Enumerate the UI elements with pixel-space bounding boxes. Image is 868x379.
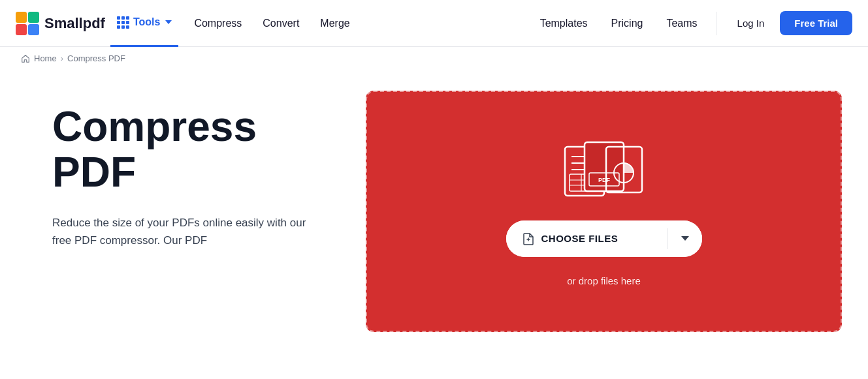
drop-hint: or drop files here (567, 275, 641, 286)
breadcrumb-separator: › (61, 53, 63, 63)
chevron-down-icon (681, 236, 689, 241)
nav-pricing[interactable]: Pricing (601, 0, 654, 47)
pdf-files-icon: PDF (562, 137, 647, 202)
page-title: Compress PDF (52, 104, 327, 196)
breadcrumb-home[interactable]: Home (34, 53, 57, 63)
nav-templates[interactable]: Templates (530, 0, 598, 47)
file-plus-icon (522, 232, 535, 245)
tools-menu-button[interactable]: Tools (110, 0, 178, 47)
breadcrumb: Home › Compress PDF (0, 47, 868, 70)
logo-icon (16, 12, 39, 35)
nav-teams[interactable]: Teams (656, 0, 707, 47)
dropdown-button[interactable] (668, 220, 702, 257)
nav-merge[interactable]: Merge (310, 0, 360, 47)
choose-files-button[interactable]: CHOOSE FILES (506, 220, 667, 257)
choose-files-label: CHOOSE FILES (541, 233, 619, 244)
nav-divider (716, 12, 716, 35)
tools-label: Tools (133, 16, 160, 28)
svg-rect-13 (585, 142, 624, 191)
svg-rect-2 (16, 24, 27, 35)
home-icon (21, 54, 30, 63)
header: Smallpdf Tools Compress Convert Merge Te… (0, 0, 868, 47)
logo[interactable]: Smallpdf (16, 12, 105, 35)
page-description: Reduce the size of your PDFs online easi… (52, 214, 327, 249)
pdf-illustration: PDF (562, 137, 647, 202)
nav-compress[interactable]: Compress (184, 0, 252, 47)
main-content: Compress PDF Reduce the size of your PDF… (0, 70, 868, 332)
free-trial-button[interactable]: Free Trial (780, 11, 852, 35)
choose-files-container: CHOOSE FILES (506, 220, 702, 257)
nav-right: Templates Pricing Teams Log In Free Tria… (530, 0, 852, 47)
svg-rect-0 (16, 12, 27, 23)
grid-icon (117, 16, 129, 29)
svg-text:PDF: PDF (598, 177, 611, 183)
drop-zone[interactable]: PDF CHOOSE FILES (366, 91, 842, 332)
svg-rect-3 (28, 24, 39, 35)
nav-convert[interactable]: Convert (252, 0, 310, 47)
left-section: Compress PDF Reduce the size of your PDF… (52, 91, 327, 249)
login-button[interactable]: Log In (724, 12, 778, 34)
breadcrumb-current: Compress PDF (67, 53, 125, 63)
chevron-down-icon (165, 20, 172, 24)
svg-rect-1 (28, 12, 39, 23)
logo-text: Smallpdf (44, 15, 105, 32)
